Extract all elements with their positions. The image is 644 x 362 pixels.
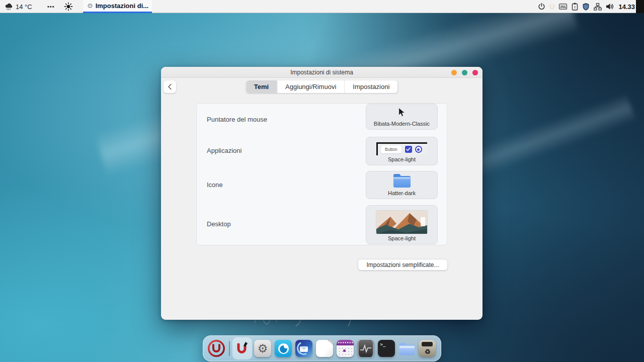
theme-name: Bibata-Modern-Classic <box>374 121 430 129</box>
tab-temi[interactable]: Temi <box>246 80 277 93</box>
dock-system-monitor[interactable] <box>356 337 375 359</box>
preview-radio <box>415 146 422 153</box>
menubar: 14 °C ••• ⚙ Impostazioni di... U <box>0 0 644 13</box>
theme-settings-panel: Puntatore del mouse Bibata-Modern-Classi… <box>196 103 447 245</box>
clipboard-icon[interactable]: ! <box>572 3 578 11</box>
taskbar-active-window[interactable]: ⚙ Impostazioni di... <box>83 0 152 13</box>
power-icon[interactable] <box>538 3 545 11</box>
dock-text-editor[interactable] <box>232 337 252 359</box>
folder-icon <box>392 172 412 189</box>
settings-gear-icon: ⚙ <box>87 2 93 10</box>
browser-icon <box>275 340 292 357</box>
setting-label: Icone <box>207 181 223 189</box>
files-folder-icon <box>398 341 416 356</box>
menubar-overflow-button[interactable]: ••• <box>47 0 55 13</box>
rain-cloud-icon <box>5 3 13 11</box>
desktop-wallpaper-card[interactable]: Space-light <box>366 205 438 244</box>
document-icon <box>316 340 333 357</box>
setting-label: Applicazioni <box>207 147 242 154</box>
ubuntu-logo-icon[interactable]: U <box>549 3 554 11</box>
calendar-icon <box>337 340 354 357</box>
dock-mail-client[interactable] <box>294 337 313 359</box>
wallpaper-thumbnail <box>376 211 427 234</box>
check-icon <box>406 147 411 151</box>
theme-name: Space-light <box>388 235 416 244</box>
system-monitor-icon <box>357 340 374 357</box>
network-icon[interactable] <box>594 3 602 11</box>
text-editor-icon <box>234 341 250 356</box>
simplified-settings-button[interactable]: Impostazioni semplificate... <box>358 259 448 270</box>
chevron-left-icon <box>168 83 172 90</box>
maximize-button[interactable] <box>462 70 467 75</box>
menubar-right-edge <box>636 0 644 13</box>
clock[interactable]: 14.33 <box>618 3 635 11</box>
dock-terminal[interactable]: >_ <box>376 337 396 359</box>
icon-theme-card[interactable]: Hatter-dark <box>366 171 438 199</box>
brightness-button[interactable] <box>64 0 73 13</box>
shield-icon[interactable] <box>582 3 590 11</box>
application-theme-card[interactable]: Button Space-light <box>366 137 438 165</box>
settings-gear-icon: ⚙ <box>254 340 271 357</box>
dock-calendar[interactable] <box>335 337 355 359</box>
settings-window: Impostazioni di sistema Temi Aggiungi/Ri… <box>161 67 482 320</box>
back-button[interactable] <box>164 80 176 93</box>
dock-web-browser[interactable] <box>274 337 293 359</box>
terminal-icon: >_ <box>378 340 395 357</box>
tab-impostazioni[interactable]: Impostazioni <box>345 80 397 93</box>
setting-label: Desktop <box>207 220 231 228</box>
tab-bar: Temi Aggiungi/Rimuovi Impostazioni <box>246 80 398 93</box>
preview-checkbox <box>405 146 412 153</box>
svg-text:!: ! <box>575 5 576 10</box>
close-button[interactable] <box>472 70 478 75</box>
window-controls <box>451 70 478 75</box>
dock-file-manager[interactable] <box>397 337 417 359</box>
preview-button: Button <box>380 145 402 154</box>
dock: ⚙ <box>203 335 441 361</box>
mouse-pointer-theme-card[interactable]: Bibata-Modern-Classic <box>366 104 438 130</box>
window-title: Impostazioni di sistema <box>161 67 482 78</box>
theme-name: Space-light <box>388 156 416 165</box>
overflow-dots-icon: ••• <box>47 4 55 10</box>
dock-separator <box>227 337 231 359</box>
dock-system-settings[interactable]: ⚙ <box>253 337 273 359</box>
brightness-icon <box>64 2 73 11</box>
launcher-icon <box>207 339 225 357</box>
minimize-button[interactable] <box>451 70 457 75</box>
theme-name: Hatter-dark <box>388 190 416 199</box>
volume-icon[interactable] <box>606 3 614 10</box>
dock-app-launcher[interactable] <box>207 337 226 359</box>
dock-trash[interactable]: ♻ <box>418 337 437 359</box>
weather-temp: 14 °C <box>16 3 32 11</box>
window-titlebar[interactable]: Impostazioni di sistema <box>161 67 482 78</box>
trash-icon: ♻ <box>419 340 436 357</box>
mail-icon <box>295 340 312 357</box>
recycle-icon: ♻ <box>425 348 431 357</box>
dock-document-viewer[interactable] <box>314 337 334 359</box>
screenshot-icon[interactable] <box>558 3 568 10</box>
tab-aggiungi-rimuovi[interactable]: Aggiungi/Rimuovi <box>277 80 345 93</box>
weather-indicator[interactable]: 14 °C <box>5 0 32 13</box>
cursor-arrow-icon <box>398 108 406 117</box>
system-tray: U ! <box>538 0 635 13</box>
setting-label: Puntatore del mouse <box>207 116 267 123</box>
widget-preview: Button <box>376 142 427 155</box>
desktop: 14 °C ••• ⚙ Impostazioni di... U <box>0 0 644 362</box>
active-window-title: Impostazioni di... <box>96 2 148 10</box>
